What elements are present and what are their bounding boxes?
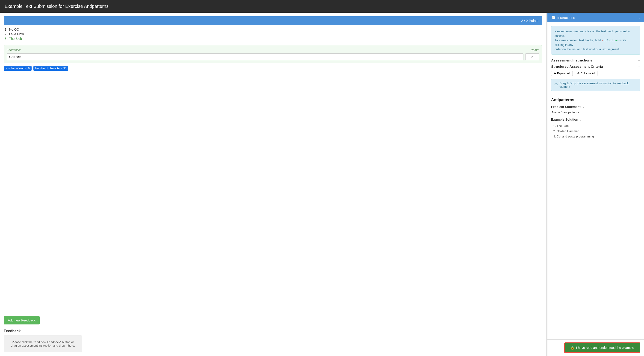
- instructions-header-label: Instructions: [557, 16, 575, 19]
- chevron-down-icon-3: ⌄: [582, 105, 585, 109]
- feedback-section-title: Feedback: [4, 329, 542, 333]
- list-item: The Blob: [557, 123, 640, 128]
- feedback-block: Feedback: Points: [4, 45, 542, 63]
- problem-statement-header[interactable]: Problem Statement ⌄: [551, 105, 640, 109]
- document-icon: 📄: [551, 15, 556, 19]
- instructions-body: Please hover over and click on the text …: [548, 22, 644, 340]
- example-solution-header[interactable]: Example Solution ⌄: [551, 118, 640, 121]
- list-item: Golden Hammer: [557, 128, 640, 134]
- collapse-icon: ❖: [577, 72, 580, 75]
- option-text: option: [608, 38, 619, 42]
- bottom-bar: 🔒 I have read and understood the example: [548, 340, 644, 356]
- stat-badges: Number of words: 9 Number of characters:…: [4, 66, 542, 71]
- points-label: Points: [531, 48, 539, 51]
- expand-collapse-row: ❖ Expand All ❖ Collapse All: [551, 71, 640, 76]
- info-box: Please hover over and click on the text …: [551, 26, 640, 54]
- feedback-label: Feedback:: [7, 48, 21, 51]
- list-item: 1. No OO: [4, 28, 542, 31]
- list-item: 2. Lava Flow: [4, 32, 542, 36]
- instructions-header: 📄 Instructions ›: [548, 13, 644, 22]
- alt-text: alt: [602, 38, 607, 42]
- feedback-drop-zone[interactable]: Please click the "Add new Feedback" butt…: [4, 336, 82, 352]
- collapse-all-button[interactable]: ❖ Collapse All: [574, 71, 598, 76]
- expand-icon: ❖: [554, 72, 556, 75]
- divider: [551, 95, 640, 95]
- assessment-instructions-header[interactable]: Assessment Instructions ⌄: [551, 58, 640, 62]
- list-item-active: 3. The Blob: [4, 37, 542, 40]
- chevron-down-icon: ⌄: [638, 58, 640, 62]
- feedback-text-input[interactable]: [7, 53, 524, 60]
- submission-list: 1. No OO 2. Lava Flow 3. The Blob: [4, 28, 542, 41]
- page-title: Example Text Submission for Exercise Ant…: [0, 0, 644, 13]
- words-badge: Number of words: 9: [4, 66, 32, 71]
- points-bar: 2 / 2 Points: [4, 16, 542, 25]
- chars-badge: Number of characters: 33: [34, 66, 68, 71]
- chevron-down-icon-4: ⌄: [580, 118, 582, 121]
- info-icon: ⓘ: [554, 83, 558, 87]
- expand-all-button[interactable]: ❖ Expand All: [551, 71, 573, 76]
- chevron-right-icon: ›: [639, 15, 640, 19]
- add-feedback-button[interactable]: Add new Feedback: [4, 316, 40, 325]
- structured-assessment-header[interactable]: Structured Assessment Criteria ⌄: [551, 64, 640, 68]
- chevron-down-icon-2: ⌄: [638, 64, 640, 68]
- points-input[interactable]: [525, 53, 539, 60]
- left-panel: 2 / 2 Points 1. No OO 2. Lava Flow 3. Th…: [0, 13, 546, 356]
- drag-drop-info: ⓘ Drag & Drop the assessment instruction…: [551, 79, 640, 91]
- problem-text: Name 3 antipatterns.: [552, 110, 640, 114]
- understood-button[interactable]: 🔒 I have read and understood the example: [564, 343, 640, 353]
- list-item: Cut and paste programming: [557, 134, 640, 139]
- antipatterns-title: Antipatterns: [551, 98, 640, 102]
- example-solution-list: The Blob Golden Hammer Cut and paste pro…: [551, 123, 640, 139]
- lock-icon: 🔒: [570, 346, 574, 350]
- right-panel: 📄 Instructions › Please hover over and c…: [547, 13, 644, 356]
